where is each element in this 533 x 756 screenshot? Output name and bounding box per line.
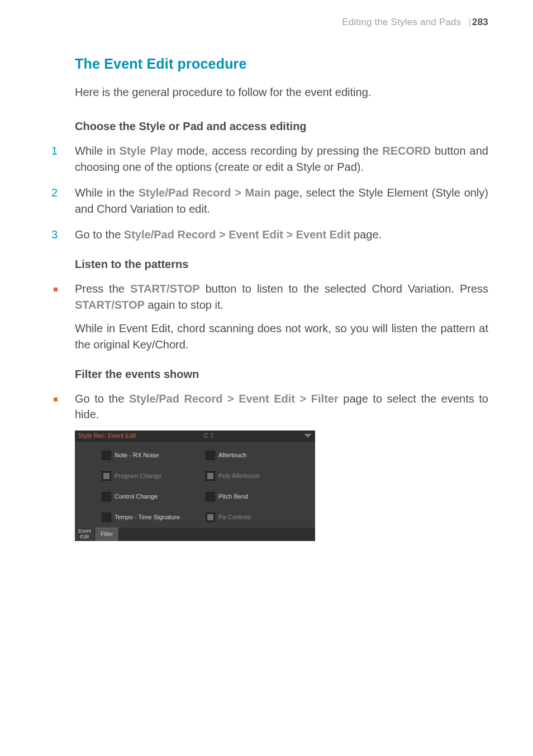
filter-tempo-time-signature[interactable]: Tempo - Time Signature [102,513,206,522]
checkbox-on-icon[interactable] [206,513,215,522]
ui-ref-record-main: Style/Pad Record > Main [139,186,271,199]
filter-control-change[interactable]: Control Change [102,492,206,501]
checkbox-icon[interactable] [206,451,215,460]
device-titlebar: Style Rec: Event Edit C 7 [75,430,315,442]
sub-heading-choose: Choose the Style or Pad and access editi… [75,120,488,133]
header-separator: | [464,17,472,27]
page-number: 283 [472,17,488,27]
bullet-list-filter: Go to the Style/Pad Record > Event Edit … [51,391,488,423]
bullet-listen-text-b: button to listen to the selected Chord V… [200,283,488,295]
filter-aftertouch[interactable]: Aftertouch [206,451,303,460]
device-title-chord: C 7 [136,433,304,439]
step-3-text-a: Go to the [75,228,124,241]
filter-label: Tempo - Time Signature [115,514,180,520]
step-2-text-a: While in the [75,186,139,199]
intro-text: Here is the general procedure to follow … [75,84,488,100]
ui-ref-start-stop-2: START/STOP [75,299,145,311]
device-body: Note - RX Noise Aftertouch Program Chang… [75,442,315,528]
filter-label: Poly Aftertouch [218,473,260,479]
device-title-text: Style Rec: Event Edit [78,433,136,439]
tab-event-edit-line2: Edit [80,534,89,540]
chapter-title: Editing the Styles and Pads [342,17,461,27]
step-1-text-a: While in [75,145,120,157]
bullet-listen-text-c: again to stop it. [145,299,223,311]
checkbox-icon[interactable] [102,492,111,501]
filter-label: Aftertouch [218,452,246,458]
tab-filter[interactable]: Filter [95,528,119,541]
filter-label: Program Change [115,473,161,479]
checkbox-on-icon[interactable] [206,471,215,481]
sub-heading-listen: Listen to the patterns [75,258,488,271]
ui-ref-event-filter: Style/Pad Record > Event Edit > Filter [129,393,339,405]
filter-label: Pa Controls [218,514,250,520]
step-1: While in Style Play mode, access recordi… [51,143,488,175]
bullet-filter-text-a: Go to the [75,393,129,405]
filter-label: Note - RX Noise [115,452,159,458]
tab-event-edit[interactable]: Event Edit [75,528,95,541]
ui-ref-event-edit: Style/Pad Record > Event Edit > Event Ed… [124,228,351,241]
section-heading: The Event Edit procedure [75,56,488,72]
filter-grid: Note - RX Noise Aftertouch Program Chang… [102,451,303,522]
bullet-filter-1: Go to the Style/Pad Record > Event Edit … [51,391,488,423]
ui-ref-style-play: Style Play [120,145,173,157]
steps-list: While in Style Play mode, access recordi… [51,143,488,242]
bullet-listen-text-a: Press the [75,283,130,295]
sub-heading-filter: Filter the events shown [75,368,488,381]
step-1-text-b: mode, access recording by pressing the [173,145,383,157]
checkbox-icon[interactable] [102,451,111,460]
ui-ref-record: RECORD [382,145,431,157]
step-3: Go to the Style/Pad Record > Event Edit … [51,227,488,242]
tab-filter-label: Filter [101,532,113,537]
filter-label: Control Change [115,494,158,500]
filter-poly-aftertouch[interactable]: Poly Aftertouch [206,471,303,481]
step-2: While in the Style/Pad Record > Main pag… [51,185,488,217]
filter-program-change[interactable]: Program Change [102,471,206,481]
bullet-listen-1: Press the START/STOP button to listen to… [51,281,488,352]
device-tabs: Event Edit Filter [75,528,315,541]
device-screenshot: Style Rec: Event Edit C 7 Note - RX Nois… [75,430,315,541]
checkbox-icon[interactable] [206,492,215,501]
filter-pa-controls[interactable]: Pa Controls [206,513,303,522]
checkbox-on-icon[interactable] [102,471,111,481]
bullet-list-listen: Press the START/STOP button to listen to… [51,281,488,352]
step-3-text-b: page. [351,228,382,241]
ui-ref-start-stop-1: START/STOP [130,283,200,295]
page-header: Editing the Styles and Pads |283 [51,17,488,28]
checkbox-icon[interactable] [102,513,111,522]
bullet-listen-continuation: While in Event Edit, chord scanning does… [75,320,488,352]
filter-note-rx-noise[interactable]: Note - RX Noise [102,451,206,460]
filter-pitch-bend[interactable]: Pitch Bend [206,492,303,501]
filter-label: Pitch Bend [218,494,248,500]
dropdown-icon[interactable] [304,434,312,438]
